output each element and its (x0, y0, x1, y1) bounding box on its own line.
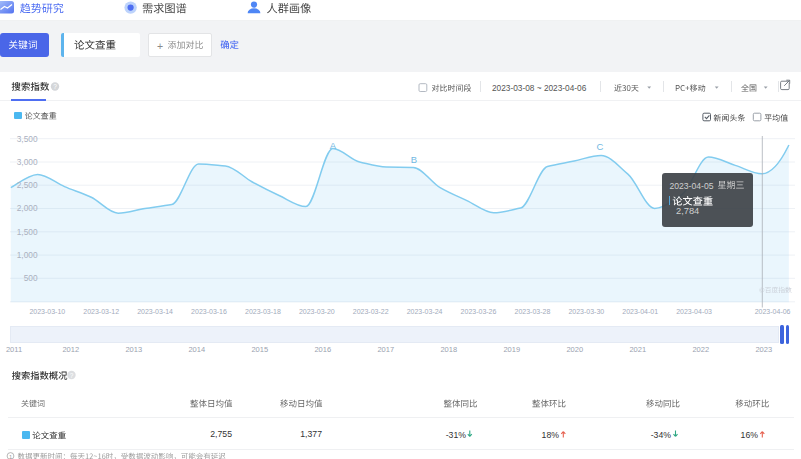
svg-text:2023-03-10: 2023-03-10 (29, 308, 65, 315)
svg-text:A: A (330, 140, 337, 151)
svg-text:2023-03-20: 2023-03-20 (299, 308, 335, 315)
svg-text:2023-03-16: 2023-03-16 (191, 308, 227, 315)
svg-text:2023-03-18: 2023-03-18 (245, 308, 281, 315)
svg-text:2023-03-26: 2023-03-26 (461, 308, 497, 315)
svg-text:1,000: 1,000 (17, 250, 38, 260)
svg-text:2023-03-14: 2023-03-14 (137, 308, 173, 315)
svg-text:C: C (597, 141, 604, 152)
svg-text:1,500: 1,500 (17, 227, 38, 237)
svg-text:2023-03-22: 2023-03-22 (353, 308, 389, 315)
svg-text:B: B (411, 154, 417, 165)
svg-text:2023-04-01: 2023-04-01 (622, 308, 658, 315)
svg-text:3,500: 3,500 (17, 134, 38, 144)
svg-text:2,000: 2,000 (17, 203, 38, 213)
svg-text:2023-03-12: 2023-03-12 (83, 308, 119, 315)
svg-text:2023-03-28: 2023-03-28 (514, 308, 550, 315)
svg-text:500: 500 (24, 273, 38, 283)
svg-text:2,500: 2,500 (17, 180, 38, 190)
svg-text:2023-04-06: 2023-04-06 (755, 308, 791, 315)
svg-text:3,000: 3,000 (17, 157, 38, 167)
svg-text:2023-03-24: 2023-03-24 (407, 308, 443, 315)
svg-text:2023-03-30: 2023-03-30 (568, 308, 604, 315)
svg-text:2023-04-03: 2023-04-03 (676, 308, 712, 315)
